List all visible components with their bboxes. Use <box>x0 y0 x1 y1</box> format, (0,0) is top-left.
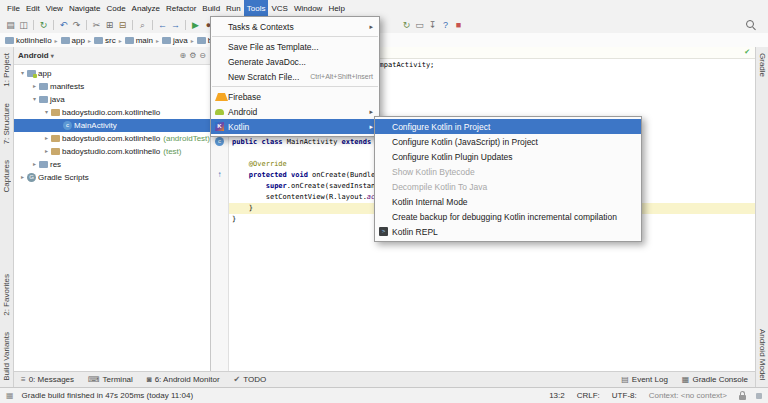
menu-item-configure-kotlin-javascript-in-project[interactable]: Configure Kotlin (JavaScript) in Project <box>375 134 641 149</box>
menu-item-generate-javadoc[interactable]: Generate JavaDoc... <box>211 54 379 69</box>
menu-item-kotlin-internal-mode[interactable]: Kotlin Internal Mode <box>375 194 641 209</box>
collapsed-arrow-icon[interactable]: ▸ <box>42 132 51 145</box>
project-tree: ▾app▸manifests▾java▾badoystudio.com.kotl… <box>14 65 210 184</box>
undo-icon[interactable]: ↶ <box>58 17 70 33</box>
tool-button-7-structure[interactable]: 7: Structure <box>2 103 11 144</box>
menu-navigate[interactable]: Navigate <box>66 0 104 17</box>
expanded-arrow-icon[interactable]: ▾ <box>30 93 39 106</box>
tool-button-gradle-console[interactable]: ▦Gradle Console <box>675 375 755 384</box>
tool-button-2-favorites[interactable]: 2: Favorites <box>2 274 11 316</box>
menu-item-android[interactable]: Android▸ <box>211 104 379 119</box>
tool-button-event-log[interactable]: ▤Event Log <box>614 375 675 384</box>
toolwindow-toggle-icon[interactable]: ▦ <box>6 391 14 400</box>
menu-tools[interactable]: Tools <box>244 0 269 17</box>
collapsed-arrow-icon[interactable]: ▸ <box>30 80 39 93</box>
redo-icon[interactable]: ↷ <box>71 17 83 33</box>
tree-item-badoystudio-com-kotlinhello-test[interactable]: ▸badoystudio.com.kotlinhello(test) <box>14 145 210 158</box>
menu-run[interactable]: Run <box>223 0 244 17</box>
forward-icon[interactable]: → <box>170 17 182 33</box>
encoding-indicator[interactable]: UTF-8: <box>612 391 637 400</box>
tool-button-captures[interactable]: Captures <box>2 160 11 192</box>
gradle-sync-icon[interactable]: ↻ <box>401 17 413 33</box>
menu-analyze[interactable]: Analyze <box>129 0 163 17</box>
toolbar-separator <box>86 20 87 30</box>
menu-item-configure-kotlin-plugin-updates[interactable]: Configure Kotlin Plugin Updates <box>375 149 641 164</box>
tree-item-java[interactable]: ▾java <box>14 93 210 106</box>
class-gutter-icon[interactable]: c <box>215 137 224 146</box>
breadcrumb-item-app[interactable]: app <box>60 36 86 45</box>
highlighting-level-icon[interactable] <box>756 393 762 399</box>
menu-file[interactable]: File <box>4 0 23 17</box>
tool-button-todo[interactable]: ✔TODO <box>227 375 274 384</box>
tool-button-build-variants[interactable]: Build Variants <box>2 332 11 381</box>
search-icon[interactable] <box>746 20 756 30</box>
override-gutter-icon[interactable]: ↑ <box>215 170 224 179</box>
avd-manager-icon[interactable]: ▭ <box>414 17 426 33</box>
tree-item-gradle-scripts[interactable]: ▸GGradle Scripts <box>14 171 210 184</box>
breadcrumb-item-src[interactable]: src <box>93 36 117 45</box>
breadcrumb-item-java[interactable]: java <box>161 36 189 45</box>
menu-item-kotlin[interactable]: KKotlin▸ <box>211 119 379 134</box>
save-all-icon[interactable]: ◫ <box>18 17 30 33</box>
tool-button-0-messages[interactable]: ≡0: Messages <box>14 375 81 384</box>
sync-icon[interactable]: ↻ <box>38 17 50 33</box>
menu-item-create-backup-for-debugging-kotlin-incremental-compilation[interactable]: Create backup for debugging Kotlin incre… <box>375 209 641 224</box>
help-icon[interactable]: ? <box>440 17 452 33</box>
hide-panel-icon[interactable]: ⊖ <box>199 51 206 60</box>
caret-position-indicator[interactable]: 13:2 <box>549 391 565 400</box>
menu-build[interactable]: Build <box>199 0 223 17</box>
menu-item-save-file-as-template[interactable]: Save File as Template... <box>211 39 379 54</box>
stop-icon[interactable]: ■ <box>453 17 465 33</box>
menu-item-new-scratch-file[interactable]: New Scratch File...Ctrl+Alt+Shift+Insert <box>211 69 379 84</box>
tree-item-badoystudio-com-kotlinhello[interactable]: ▾badoystudio.com.kotlinhello <box>14 106 210 119</box>
collapsed-arrow-icon[interactable]: ▸ <box>42 145 51 158</box>
menu-code[interactable]: Code <box>103 0 128 17</box>
menu-item-configure-kotlin-in-project[interactable]: Configure Kotlin in Project <box>375 119 641 134</box>
right-strip-bottom-group: Android Model <box>758 329 767 381</box>
inspection-status-icon[interactable]: ✔ <box>744 48 750 56</box>
settings-gear-icon[interactable]: ⚙ <box>189 51 196 60</box>
menu-item-label: Configure Kotlin in Project <box>392 122 490 132</box>
breadcrumb-item-kotlinhello[interactable]: kotlinhello <box>4 36 53 45</box>
tree-item-manifests[interactable]: ▸manifests <box>14 80 210 93</box>
menu-item-tasks-contexts[interactable]: Tasks & Contexts▸ <box>211 19 379 34</box>
find-icon[interactable]: ⌕ <box>137 17 149 33</box>
tool-button-1-project[interactable]: 1: Project <box>2 53 11 87</box>
menu-help[interactable]: Help <box>325 0 347 17</box>
menu-vcs[interactable]: VCS <box>268 0 290 17</box>
lock-icon[interactable] <box>739 395 746 400</box>
tree-item-app[interactable]: ▾app <box>14 67 210 80</box>
collapsed-arrow-icon[interactable]: ▸ <box>18 171 27 184</box>
expanded-arrow-icon[interactable]: ▾ <box>42 106 51 119</box>
right-tool-strip: Gradle Android Model <box>755 47 768 387</box>
tool-button-6-android-monitor[interactable]: ◙6: Android Monitor <box>140 375 227 384</box>
back-icon[interactable]: ← <box>157 17 169 33</box>
collapse-all-icon[interactable]: ⊕ <box>179 51 186 60</box>
collapsed-arrow-icon[interactable]: ▸ <box>30 158 39 171</box>
open-icon[interactable]: ▤ <box>5 17 17 33</box>
cut-icon[interactable]: ✂ <box>91 17 103 33</box>
run-icon[interactable]: ▶ <box>190 17 202 33</box>
project-view-selector[interactable]: Android ▾ <box>18 51 54 60</box>
context-indicator[interactable]: Context: <no context> <box>649 391 727 400</box>
paste-icon[interactable]: ⊟ <box>117 17 129 33</box>
menu-item-firebase[interactable]: Firebase <box>211 89 379 104</box>
sdk-manager-icon[interactable]: ↧ <box>427 17 439 33</box>
menu-item-kotlin-repl[interactable]: >Kotlin REPL <box>375 224 641 239</box>
menu-window[interactable]: Window <box>291 0 325 17</box>
tree-item-res[interactable]: ▸res <box>14 158 210 171</box>
tool-button-android-model[interactable]: Android Model <box>758 329 767 381</box>
breadcrumb-item-main[interactable]: main <box>124 36 154 45</box>
expanded-arrow-icon[interactable]: ▾ <box>18 67 27 80</box>
menu-refactor[interactable]: Refactor <box>163 0 199 17</box>
line-ending-indicator[interactable]: CRLF: <box>577 391 600 400</box>
package-icon <box>51 135 60 142</box>
menu-view[interactable]: View <box>43 0 66 17</box>
copy-icon[interactable]: ⊞ <box>104 17 116 33</box>
menu-edit[interactable]: Edit <box>23 0 43 17</box>
tool-button-terminal[interactable]: ⌨Terminal <box>81 375 140 384</box>
status-message[interactable]: Gradle build finished in 47s 205ms (toda… <box>22 391 194 400</box>
tree-item-badoystudio-com-kotlinhello-androidtest[interactable]: ▸badoystudio.com.kotlinhello(androidTest… <box>14 132 210 145</box>
tool-button-gradle[interactable]: Gradle <box>758 53 767 77</box>
tree-item-mainactivity[interactable]: cMainActivity <box>14 119 210 132</box>
